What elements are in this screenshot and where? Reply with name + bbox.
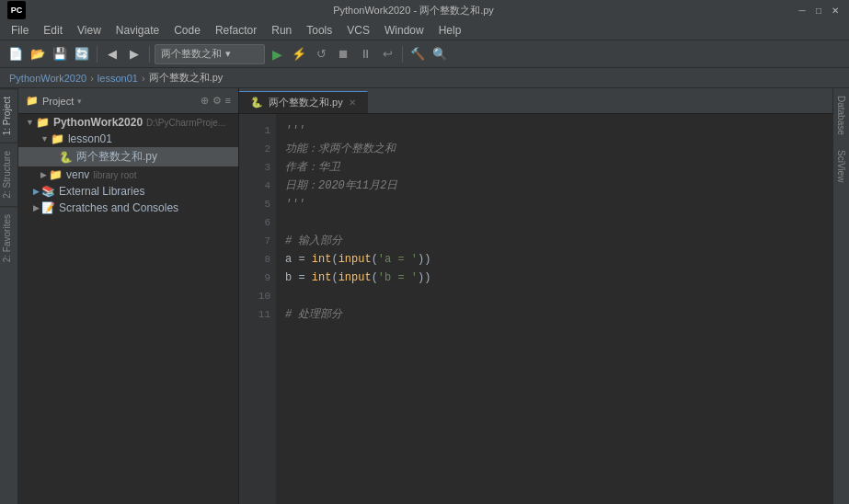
line-num-6: 6 xyxy=(239,213,270,232)
window-title: PythonWork2020 - 两个整数之和.py xyxy=(31,4,796,17)
tree-file[interactable]: 🐍 两个整数之和.py xyxy=(18,147,238,166)
tree-scratches[interactable]: ▶ 📝 Scratches and Consoles xyxy=(18,200,238,216)
menu-navigate[interactable]: Navigate xyxy=(109,22,166,39)
menu-vcs[interactable]: VCS xyxy=(339,22,377,39)
save-button[interactable]: 💾 xyxy=(50,44,70,64)
forward-button[interactable]: ▶ xyxy=(124,44,144,64)
tab-close-button[interactable]: ✕ xyxy=(349,97,356,108)
sidebar-tab-favorites[interactable]: 2: Favorites xyxy=(0,206,17,269)
line-num-9: 9 xyxy=(239,269,270,287)
tree-scratches-arrow: ▶ xyxy=(33,203,40,212)
line-numbers: 1 2 3 4 5 6 7 8 9 10 11 xyxy=(239,114,276,504)
code-line-8: a = int(input('a = ')) xyxy=(285,250,823,269)
tree-lesson01-label: lesson01 xyxy=(68,132,112,145)
close-button[interactable]: ✕ xyxy=(829,4,842,17)
right-sidebar: Database SciView xyxy=(832,88,849,504)
right-tab-sciview[interactable]: SciView xyxy=(833,143,849,189)
breadcrumb-project[interactable]: PythonWork2020 xyxy=(9,73,86,84)
main-area: 1: Project 2: Structure 2: Favorites 📁 P… xyxy=(0,88,849,504)
new-file-button[interactable]: 📄 xyxy=(6,44,26,64)
code-line-10 xyxy=(285,287,823,305)
scratches-icon: 📝 xyxy=(41,201,55,214)
py-file-icon: 🐍 xyxy=(59,151,73,164)
maximize-button[interactable]: □ xyxy=(812,4,825,17)
tree-venv-label: venv xyxy=(66,168,89,181)
breadcrumb-sep-1: › xyxy=(90,73,94,84)
left-sidebar: 1: Project 2: Structure 2: Favorites xyxy=(0,88,18,504)
line-num-8: 8 xyxy=(239,250,270,269)
menu-window[interactable]: Window xyxy=(377,22,431,39)
menu-edit[interactable]: Edit xyxy=(36,22,70,39)
back-button[interactable]: ◀ xyxy=(102,44,122,64)
tree-venv-arrow: ▶ xyxy=(40,170,47,179)
code-line-1: ''' xyxy=(285,121,823,140)
sync-button[interactable]: 🔄 xyxy=(72,44,92,64)
scope-icon[interactable]: ⊕ xyxy=(201,95,209,107)
code-content[interactable]: ''' 功能：求两个整数之和 作者：华卫 日期：2020年11月2日 ''' #… xyxy=(276,114,832,504)
sidebar-tab-structure[interactable]: 2: Structure xyxy=(0,143,17,206)
tree-lesson01[interactable]: ▼ 📁 lesson01 xyxy=(18,131,238,147)
tree-root-path: D:\PyCharmProje... xyxy=(146,118,225,128)
breadcrumb-folder[interactable]: lesson01 xyxy=(98,73,138,84)
tree-ext-arrow: ▶ xyxy=(33,187,40,196)
root-folder-icon: 📁 xyxy=(36,116,50,129)
menu-run[interactable]: Run xyxy=(264,22,299,39)
run-config-dropdown[interactable]: 两个整数之和 ▾ xyxy=(155,44,265,64)
code-line-5: ''' xyxy=(285,195,823,213)
code-line-11: # 处理部分 xyxy=(285,305,823,324)
run-button[interactable]: ▶ xyxy=(267,44,287,64)
tree-external-libs-label: External Libraries xyxy=(59,185,144,198)
lesson01-folder-icon: 📁 xyxy=(51,132,64,145)
title-bar: PC PythonWork2020 - 两个整数之和.py ─ □ ✕ xyxy=(0,0,849,20)
menu-tools[interactable]: Tools xyxy=(299,22,339,39)
tree-file-label: 两个整数之和.py xyxy=(76,149,157,165)
build-button[interactable]: 🔨 xyxy=(407,44,428,64)
editor-area: 🐍 两个整数之和.py ✕ 1 2 3 4 5 6 7 8 9 10 11 ''… xyxy=(239,88,832,504)
editor-tab-main[interactable]: 🐍 两个整数之和.py ✕ xyxy=(239,91,368,113)
project-panel-header: 📁 Project ▾ ⊕ ⚙ ≡ xyxy=(18,88,238,114)
search-button[interactable]: 🔍 xyxy=(430,44,450,64)
line-num-3: 3 xyxy=(239,158,270,177)
menu-help[interactable]: Help xyxy=(431,22,469,39)
window-controls: ─ □ ✕ xyxy=(796,4,842,17)
editor-tab-icon: 🐍 xyxy=(250,97,263,109)
project-title-label: Project xyxy=(42,96,74,107)
breadcrumb-file[interactable]: 两个整数之和.py xyxy=(149,71,224,85)
toolbar-separator-3 xyxy=(402,46,403,63)
tree-venv[interactable]: ▶ 📁 venv library root xyxy=(18,166,238,183)
open-button[interactable]: 📂 xyxy=(28,44,48,64)
sidebar-tab-project[interactable]: 1: Project xyxy=(0,88,17,143)
run-config-label: 两个整数之和 xyxy=(161,47,222,61)
menu-view[interactable]: View xyxy=(70,22,109,39)
project-panel-title: 📁 Project ▾ xyxy=(26,95,82,107)
code-line-6 xyxy=(285,213,823,232)
menu-code[interactable]: Code xyxy=(166,22,208,39)
right-tab-database[interactable]: Database xyxy=(833,88,849,143)
line-num-1: 1 xyxy=(239,121,270,140)
line-num-4: 4 xyxy=(239,177,270,195)
project-panel-icons: ⊕ ⚙ ≡ xyxy=(201,95,231,107)
toolbar-separator xyxy=(97,46,98,63)
menu-refactor[interactable]: Refactor xyxy=(208,22,264,39)
ext-libs-icon: 📚 xyxy=(41,185,55,198)
step-button[interactable]: ↩ xyxy=(377,44,397,64)
stop-button[interactable]: ⏹ xyxy=(333,44,353,64)
dropdown-arrow-icon: ▾ xyxy=(77,97,82,106)
debug-rerun-button[interactable]: ↺ xyxy=(311,44,331,64)
line-num-5: 5 xyxy=(239,195,270,213)
gear-icon[interactable]: ≡ xyxy=(225,95,231,107)
minimize-button[interactable]: ─ xyxy=(796,4,809,17)
menu-file[interactable]: File xyxy=(4,22,36,39)
project-panel: 📁 Project ▾ ⊕ ⚙ ≡ ▼ 📁 PythonWork2020 D:\… xyxy=(18,88,239,504)
line-num-10: 10 xyxy=(239,287,270,305)
code-editor[interactable]: 1 2 3 4 5 6 7 8 9 10 11 ''' 功能：求两个整数之和 作… xyxy=(239,114,832,504)
tree-scratches-label: Scratches and Consoles xyxy=(59,201,178,214)
menu-bar: File Edit View Navigate Code Refactor Ru… xyxy=(0,20,849,40)
tree-external-libs[interactable]: ▶ 📚 External Libraries xyxy=(18,183,238,200)
breadcrumb-sep-2: › xyxy=(142,73,145,84)
settings-icon[interactable]: ⚙ xyxy=(212,95,222,107)
breadcrumb: PythonWork2020 › lesson01 › 两个整数之和.py xyxy=(0,68,849,88)
coverage-button[interactable]: ⚡ xyxy=(289,44,309,64)
pause-button[interactable]: ⏸ xyxy=(355,44,375,64)
tree-root[interactable]: ▼ 📁 PythonWork2020 D:\PyCharmProje... xyxy=(18,114,238,131)
